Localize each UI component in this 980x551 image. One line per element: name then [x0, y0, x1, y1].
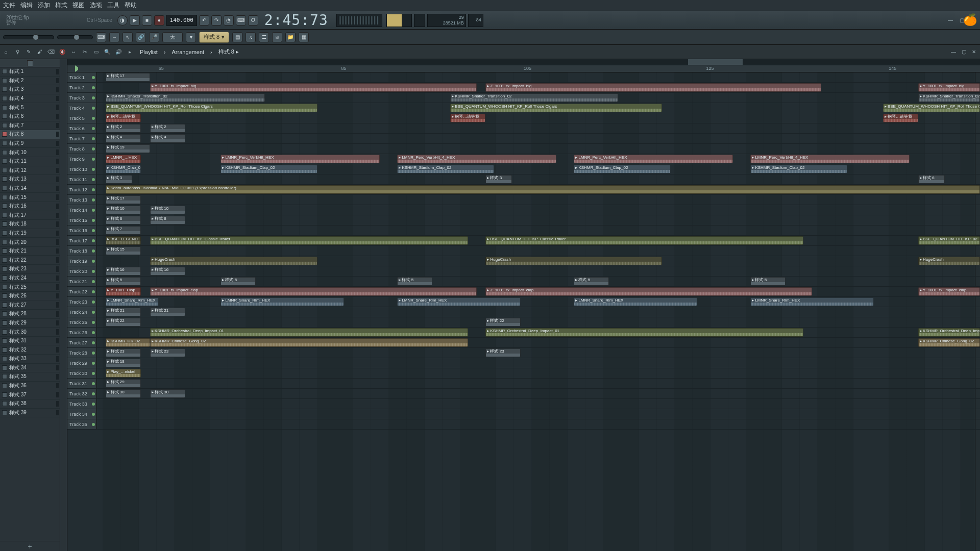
track-header[interactable]: Track 33 [67, 399, 97, 409]
track-header[interactable]: Track 23 [67, 297, 97, 307]
clip[interactable]: ▸ 样式 22 [485, 318, 521, 327]
clip[interactable]: ▸ 样式 2 [106, 124, 141, 133]
clip[interactable]: ▸ BSE_QUANTUM_WHOOSH HIT_KP_Roll Those C… [450, 104, 662, 112]
track-enable-dot[interactable] [92, 413, 95, 416]
track-enable-dot[interactable] [92, 362, 95, 365]
pattern-item[interactable]: 样式 39 [0, 409, 60, 418]
pattern-item[interactable]: 样式 8 [0, 130, 60, 139]
track-enable-dot[interactable] [92, 188, 95, 191]
track-enable-dot[interactable] [92, 239, 95, 242]
track-header[interactable]: Track 19 [67, 256, 97, 266]
track-lane[interactable]: ▸ BSE_LEGEND▸ BSE_QUANTUM_HIT_KP_Classic… [97, 236, 980, 245]
erase-icon[interactable]: ⌫ [47, 48, 55, 56]
pattern-item[interactable]: 样式 15 [0, 193, 60, 202]
track-enable-dot[interactable] [92, 260, 95, 263]
clip[interactable]: ▸ KSHMR_Shaker_Transition_02 [106, 93, 264, 102]
track-enable-dot[interactable] [92, 158, 95, 161]
clip[interactable]: ▸ KSHMR_Chinese_Gong_02 [918, 338, 980, 347]
clip[interactable]: ▸ KSHMR_Stadium_Clap_02 [397, 165, 494, 173]
track-header[interactable]: Track 22 [67, 287, 97, 296]
pattern-item[interactable]: 样式 12 [0, 166, 60, 176]
track-enable-dot[interactable] [92, 168, 95, 171]
track-enable-dot[interactable] [92, 229, 95, 232]
track-lane[interactable]: ▸ 样式 2▸ 样式 2 [97, 123, 980, 133]
link-button[interactable]: 🔗 [136, 32, 146, 42]
track-lane[interactable] [97, 399, 980, 409]
clip[interactable]: ▸ 钢琴…请等我 [106, 114, 141, 122]
track-header[interactable]: Track 1 [67, 72, 97, 82]
track-header[interactable]: Track 26 [67, 328, 97, 337]
pattern-item[interactable]: 样式 14 [0, 184, 60, 193]
track-enable-dot[interactable] [92, 290, 95, 293]
track-lane[interactable]: ▸ 样式 18 [97, 358, 980, 368]
view-channelrack-button[interactable]: ☰ [259, 32, 269, 42]
clip[interactable]: ▸ 样式 5 [397, 277, 432, 286]
clip[interactable]: ▸ KSHMR_Orchestral_Deep_Impact_02 [918, 328, 980, 337]
redo-button[interactable]: ↷ [211, 15, 222, 26]
clip[interactable]: ▸ 样式 17 [106, 73, 150, 82]
clip[interactable]: ▸ 样式 30 [106, 389, 141, 398]
pattern-item[interactable]: 样式 5 [0, 103, 60, 112]
playback-icon[interactable]: 🔊 [114, 48, 122, 56]
track-header[interactable]: Track 35 [67, 419, 97, 429]
clip[interactable]: ▸ 样式 3 [106, 175, 132, 184]
track-lane[interactable]: ▸ 样式 17 [97, 72, 980, 82]
track-header[interactable]: Track 11 [67, 174, 97, 184]
track-enable-dot[interactable] [92, 86, 95, 89]
clip[interactable]: ▸ 样式 18 [106, 359, 141, 367]
tempo-display[interactable]: 140.000 [166, 15, 197, 26]
playhead-icon[interactable] [75, 65, 78, 72]
pattern-item[interactable]: 样式 1 [0, 67, 60, 77]
clip[interactable]: ▸ 样式 5 [750, 277, 786, 286]
track-lane[interactable]: ▸ BSE_QUANTUM_WHOOSH HIT_KP_Roll Those C… [97, 103, 980, 113]
track-enable-dot[interactable] [92, 352, 95, 355]
clip[interactable]: ▸ LMNR_Snare_Rim_HEX [574, 297, 697, 306]
clip[interactable]: ▸ 样式 7 [106, 226, 141, 235]
clip[interactable]: ▸ LMNR_Perc_VerbHit_4_HEX [397, 155, 556, 163]
clip[interactable]: ▸ HugeCrash [485, 257, 662, 265]
track-enable-dot[interactable] [92, 403, 95, 406]
pattern-item[interactable]: 样式 25 [0, 283, 60, 292]
blend-button[interactable]: ∿ [122, 32, 133, 42]
track-header[interactable]: Track 10 [67, 164, 97, 174]
menu-add[interactable]: 添加 [38, 1, 50, 10]
track-header[interactable]: Track 29 [67, 358, 97, 368]
clip[interactable]: ▸ Z_1001_fx_impact_big [485, 83, 821, 92]
track-lane[interactable]: ▸ 样式 21▸ 样式 21 [97, 307, 980, 317]
clip[interactable]: ▸ 样式 5 [220, 277, 256, 286]
track-enable-dot[interactable] [92, 198, 95, 202]
track-lane[interactable]: ▸ LMNR_Snare_Rim_HEX▸ LMNR_Snare_Rim_HEX… [97, 297, 980, 307]
step-edit-button[interactable]: → [109, 32, 119, 42]
crumb-arrangement[interactable]: Arrangement [172, 49, 205, 55]
stop-button[interactable]: ■ [142, 15, 152, 26]
clip[interactable]: ▸ KSHMR_Shaker_Transition_02 [918, 93, 980, 102]
track-header[interactable]: Track 3 [67, 93, 97, 103]
clip[interactable]: ▸ 样式 3 [485, 175, 512, 184]
track-header[interactable]: Track 14 [67, 205, 97, 215]
track-enable-dot[interactable] [92, 96, 95, 99]
track-lane[interactable]: ▸ HugeCrash▸ HugeCrash▸ HugeCrash [97, 256, 980, 266]
track-enable-dot[interactable] [92, 137, 95, 140]
track-lane[interactable]: ▸ 样式 16▸ 样式 16 [97, 266, 980, 276]
pattern-list[interactable]: 样式 1样式 2样式 3样式 4样式 5样式 6样式 7样式 8样式 9样式 1… [0, 67, 60, 541]
timeline-ruler[interactable]: 65 85 105 125 145 [67, 65, 980, 72]
menu-options[interactable]: 选项 [90, 1, 102, 10]
track-lane[interactable]: ▸ KSHMR_HK_02▸ KSHMR_Chinese_Gong_02▸ KS… [97, 338, 980, 347]
track-header[interactable]: Track 16 [67, 226, 97, 235]
track-lane[interactable]: ▸ KSHMR_Orchestral_Deep_Impact_01▸ KSHMR… [97, 328, 980, 337]
track-enable-dot[interactable] [92, 178, 95, 181]
track-header[interactable]: Track 17 [67, 236, 97, 245]
track-header[interactable]: Track 12 [67, 185, 97, 194]
track-lane[interactable]: ▸ 样式 8▸ 样式 8 [97, 215, 980, 225]
clip[interactable]: ▸ KSHMR_Orchestral_Deep_Impact_01 [150, 328, 468, 337]
track-header[interactable]: Track 6 [67, 123, 97, 133]
clip[interactable]: ▸ 样式 22 [106, 318, 141, 327]
track-enable-dot[interactable] [92, 107, 95, 110]
clip[interactable]: ▸ 样式 19 [106, 144, 150, 153]
pattern-item[interactable]: 样式 24 [0, 274, 60, 283]
pattern-item[interactable]: 样式 29 [0, 319, 60, 328]
pattern-item[interactable]: 样式 33 [0, 355, 60, 364]
track-lane[interactable]: ▸ 钢琴…请等我▸ 钢琴…请等我▸ 钢琴…请等我 [97, 113, 980, 123]
menu-edit[interactable]: 编辑 [20, 1, 33, 10]
metronome-button[interactable]: ◔ [224, 15, 234, 26]
